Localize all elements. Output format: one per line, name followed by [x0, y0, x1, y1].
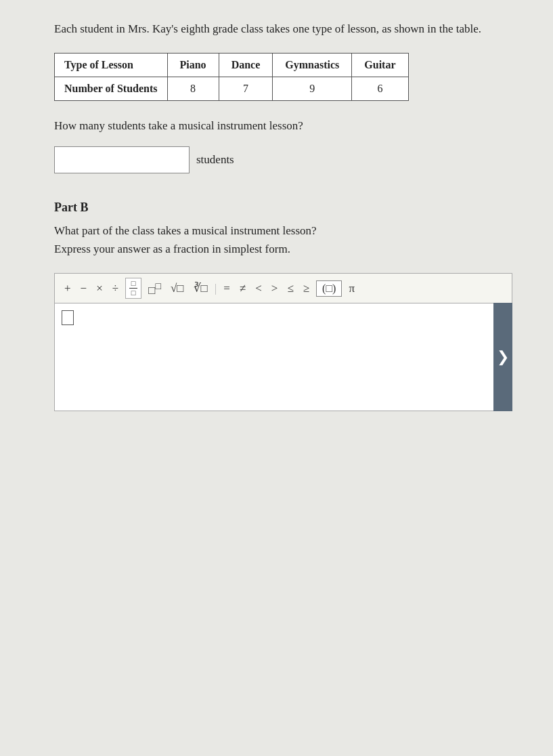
- sqrt-button[interactable]: √□: [168, 280, 187, 297]
- fraction-top: □: [129, 280, 137, 289]
- row1-dance: 7: [219, 77, 273, 100]
- cbrt-button[interactable]: ∛□: [191, 280, 211, 297]
- part-b-question: What part of the class takes a musical i…: [54, 222, 512, 258]
- lesson-table: Type of Lesson Piano Dance Gymnastics Gu…: [54, 53, 409, 101]
- part-a-answer-row: students: [54, 146, 512, 173]
- answer-area-wrapper: ❯: [54, 303, 512, 411]
- intro-text: Each student in Mrs. Kay's eighth grade …: [54, 20, 512, 38]
- divide-button[interactable]: ÷: [110, 280, 121, 297]
- plus-button[interactable]: +: [62, 280, 74, 297]
- row1-gymnastics: 9: [273, 77, 352, 100]
- minus-button[interactable]: −: [78, 280, 90, 297]
- less-than-button[interactable]: <: [252, 280, 265, 297]
- handle-icon: ❯: [497, 348, 509, 366]
- col3-header: Dance: [219, 53, 273, 77]
- col1-header: Type of Lesson: [55, 53, 168, 77]
- fraction-button[interactable]: □ □: [125, 278, 141, 299]
- parentheses-button[interactable]: (□): [316, 280, 342, 297]
- equals-button[interactable]: =: [221, 280, 233, 297]
- page: Each student in Mrs. Kay's eighth grade …: [0, 0, 553, 756]
- cursor-box: [62, 310, 74, 325]
- part-a-input[interactable]: [54, 146, 190, 173]
- col2-header: Piano: [167, 53, 219, 77]
- greater-than-button[interactable]: >: [269, 280, 281, 297]
- toolbar-sep1: |: [215, 282, 217, 295]
- times-button[interactable]: ×: [93, 280, 106, 297]
- part-a-question: How many students take a musical instrum…: [54, 117, 512, 135]
- part-b-answer-area[interactable]: [54, 303, 512, 411]
- pi-button[interactable]: π: [346, 280, 357, 297]
- row1-piano: 8: [167, 77, 219, 100]
- col5-header: Guitar: [352, 53, 408, 77]
- row1-guitar: 6: [352, 77, 408, 100]
- part-b-line1: What part of the class takes a musical i…: [54, 224, 317, 237]
- table-row: Number of Students 8 7 9 6: [55, 77, 409, 100]
- greater-eq-button[interactable]: ≥: [301, 280, 312, 297]
- math-toolbar: + − × ÷ □ □ □□ √□ ∛□ | = ≠ < > ≤ ≥ (□) π: [54, 273, 512, 303]
- fraction-bottom: □: [131, 289, 136, 297]
- exponent-button[interactable]: □□: [146, 279, 164, 299]
- students-label: students: [196, 153, 234, 167]
- side-handle[interactable]: ❯: [493, 303, 512, 411]
- part-b-line2: Express your answer as a fraction in sim…: [54, 243, 290, 255]
- less-eq-button[interactable]: ≤: [284, 280, 296, 297]
- col4-header: Gymnastics: [273, 53, 352, 77]
- row1-label: Number of Students: [55, 77, 168, 100]
- part-b-label: Part B: [54, 201, 512, 215]
- not-equals-button[interactable]: ≠: [237, 280, 248, 297]
